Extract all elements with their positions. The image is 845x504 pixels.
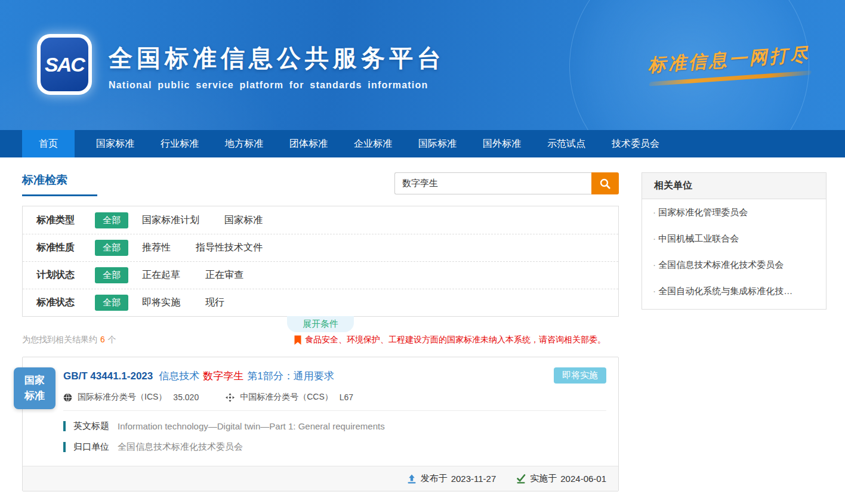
compass-icon	[226, 393, 235, 402]
status-badge: 即将实施	[554, 367, 606, 384]
system-notice: 食品安全、环境保护、工程建设方面的国家标准未纳入本系统，请咨询相关部委。	[294, 335, 606, 345]
implement-date-group: 实施于 2024-06-01	[516, 473, 606, 484]
card-footer: 发布于 2023-11-27 实施于 2024-06-01	[23, 466, 618, 491]
globe-icon	[63, 393, 72, 402]
row-accent-bar	[63, 421, 66, 431]
sidebar-item-it-standardization-committee[interactable]: 全国信息技术标准化技术委员会	[642, 252, 826, 278]
ics-label: 国际标准分类号（ICS）	[78, 392, 166, 403]
committee-label: 归口单位	[73, 441, 109, 453]
nav-tab-international-standards[interactable]: 国际标准	[418, 130, 457, 157]
publish-date-value: 2023-11-27	[451, 474, 496, 484]
sidebar-item-automation-committee[interactable]: 全国自动化系统与集成标准化技…	[642, 278, 826, 304]
filter-row-plan-status: 计划状态 全部 正在起草 正在审查	[23, 261, 618, 289]
filter-row-standard-status: 标准状态 全部 即将实施 现行	[23, 289, 618, 316]
sac-logo[interactable]: SAC	[37, 34, 92, 95]
ics-classification: 国际标准分类号（ICS） 35.020	[63, 392, 199, 403]
search-icon	[599, 178, 611, 190]
filter-option[interactable]: 即将实施	[142, 296, 180, 309]
publish-icon	[407, 474, 417, 484]
nav-tab-group-standards[interactable]: 团体标准	[289, 130, 328, 157]
ccs-value: L67	[340, 392, 353, 402]
related-units-title: 相关单位	[642, 173, 826, 199]
committee-row: 归口单位 全国信息技术标准化技术委员会	[63, 441, 606, 453]
content-area: 标准检索 标准类型 全部 国家标准计划 国家标准	[0, 157, 845, 491]
english-title-row: 英文标题 Information technology—Digital twin…	[63, 420, 606, 432]
nav-tab-industry-standards[interactable]: 行业标准	[161, 130, 199, 157]
filter-row-standard-nature: 标准性质 全部 推荐性 指导性技术文件	[23, 234, 618, 261]
filter-option[interactable]: 指导性技术文件	[196, 242, 263, 254]
standard-title-part1: 信息技术	[159, 370, 199, 382]
nav-tab-foreign-standards[interactable]: 国外标准	[483, 130, 521, 157]
main-column: 标准检索 标准类型 全部 国家标准计划 国家标准	[22, 172, 619, 491]
standard-code: GB/T 43441.1-2023	[63, 370, 153, 382]
ics-value: 35.020	[173, 392, 199, 402]
implement-date-label: 实施于	[530, 473, 557, 484]
nav-tab-local-standards[interactable]: 地方标准	[225, 130, 263, 157]
standard-type-badge-text: 国家标准	[23, 373, 46, 404]
filter-option[interactable]: 正在起草	[142, 269, 180, 282]
expand-conditions-button[interactable]: 展开条件	[287, 316, 354, 332]
card-header: GB/T 43441.1-2023信息技术数字孪生第1部分：通用要求 即将实施 …	[23, 357, 618, 403]
site-title: 全国标准信息公共服务平台	[109, 42, 445, 75]
nav-tab-pilot[interactable]: 示范试点	[547, 130, 585, 157]
standard-type-badge: 国家标准	[14, 367, 55, 409]
nav-tab-home[interactable]: 首页	[22, 130, 75, 157]
search-button[interactable]	[591, 172, 619, 194]
site-header: SAC 全国标准信息公共服务平台 National public service…	[0, 0, 845, 130]
search-section: 标准检索	[22, 172, 619, 206]
english-title-value: Information technology—Digital twin—Part…	[118, 421, 385, 431]
filter-option[interactable]: 国家标准计划	[142, 214, 199, 227]
sidebar-item-sac[interactable]: 国家标准化管理委员会	[642, 199, 826, 225]
standard-title-part2: 第1部分：通用要求	[247, 370, 334, 382]
sac-logo-text: SAC	[45, 53, 84, 76]
publish-date-label: 发布于	[421, 473, 448, 484]
row-accent-bar	[63, 442, 66, 452]
filter-option[interactable]: 推荐性	[142, 242, 171, 254]
site-subtitle: National public service platform for sta…	[109, 80, 445, 91]
committee-value: 全国信息技术标准化技术委员会	[118, 441, 243, 453]
main-nav: 首页 国家标准 行业标准 地方标准 团体标准 企业标准 国际标准 国外标准 示范…	[0, 130, 845, 157]
filter-row-standard-type: 标准类型 全部 国家标准计划 国家标准	[23, 206, 618, 234]
implement-check-icon	[516, 474, 526, 484]
filter-all-badge[interactable]: 全部	[95, 212, 128, 228]
nav-tab-enterprise-standards[interactable]: 企业标准	[354, 130, 392, 157]
result-count-suffix: 个	[108, 335, 116, 344]
related-units-panel: 相关单位 国家标准化管理委员会 中国机械工业联合会 全国信息技术标准化技术委员会…	[642, 172, 827, 310]
filter-label: 标准性质	[36, 242, 95, 254]
filter-option[interactable]: 正在审查	[205, 269, 243, 282]
search-input[interactable]	[394, 172, 591, 194]
sidebar-item-machinery-federation[interactable]: 中国机械工业联合会	[642, 225, 826, 252]
page-title: 标准检索	[22, 172, 97, 196]
ccs-label: 中国标准分类号（CCS）	[240, 392, 333, 403]
notice-text: 食品安全、环境保护、工程建设方面的国家标准未纳入本系统，请咨询相关部委。	[305, 335, 606, 345]
filter-option[interactable]: 国家标准	[224, 214, 263, 227]
nav-tab-technical-committee[interactable]: 技术委员会	[612, 130, 659, 157]
result-count-prefix: 为您找到相关结果约	[22, 335, 97, 344]
result-count-number: 6	[100, 335, 105, 344]
bookmark-icon	[294, 335, 301, 345]
filter-label: 标准状态	[36, 296, 95, 309]
result-count: 为您找到相关结果约6个	[22, 335, 116, 345]
filter-panel: 标准类型 全部 国家标准计划 国家标准 标准性质 全部 推荐性 指导性技术文件 …	[22, 206, 619, 317]
search-box	[394, 172, 619, 194]
nav-tab-national-standards[interactable]: 国家标准	[96, 130, 134, 157]
filter-all-badge[interactable]: 全部	[95, 240, 128, 256]
filter-all-badge[interactable]: 全部	[95, 295, 128, 311]
filter-option[interactable]: 现行	[205, 296, 224, 309]
filter-all-badge[interactable]: 全部	[95, 267, 128, 283]
ccs-classification: 中国标准分类号（CCS） L67	[226, 392, 353, 403]
implement-date-value: 2024-06-01	[560, 474, 606, 484]
standard-title-highlight: 数字孪生	[203, 370, 243, 382]
publish-date-group: 发布于 2023-11-27	[407, 473, 496, 484]
standard-title-link[interactable]: GB/T 43441.1-2023信息技术数字孪生第1部分：通用要求	[63, 369, 606, 383]
filter-label: 标准类型	[36, 214, 95, 227]
filter-label: 计划状态	[36, 269, 95, 282]
sidebar-column: 相关单位 国家标准化管理委员会 中国机械工业联合会 全国信息技术标准化技术委员会…	[642, 172, 827, 491]
card-divider	[63, 410, 606, 411]
sac-logo-tile: SAC	[41, 38, 88, 91]
result-info-row: 为您找到相关结果约6个 食品安全、环境保护、工程建设方面的国家标准未纳入本系统，…	[22, 335, 619, 345]
header-slogan-block: 标准信息一网打尽	[647, 42, 811, 86]
card-meta-row: 国际标准分类号（ICS） 35.020 中国标准分类号（CCS） L67	[63, 392, 606, 403]
site-title-block: 全国标准信息公共服务平台 National public service pla…	[109, 42, 445, 91]
english-title-label: 英文标题	[73, 420, 109, 432]
